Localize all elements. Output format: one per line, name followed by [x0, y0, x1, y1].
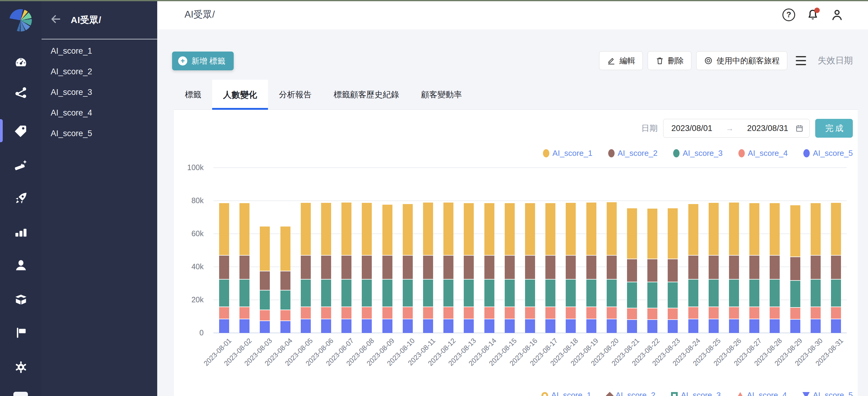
bar-segment-AI_score_4[interactable] — [627, 308, 637, 320]
bar-segment-AI_score_3[interactable] — [566, 279, 576, 307]
sidebar-item-ai-score-1[interactable]: AI_score_1 — [41, 41, 157, 61]
tab-tags[interactable]: 標籤 — [174, 80, 212, 110]
bar-segment-AI_score_2[interactable] — [443, 256, 454, 279]
bar-segment-AI_score_1[interactable] — [607, 202, 617, 256]
bar-segment-AI_score_3[interactable] — [770, 279, 780, 307]
tag-icon[interactable] — [13, 123, 29, 138]
bar-segment-AI_score_2[interactable] — [423, 256, 433, 279]
bar-segment-AI_score_4[interactable] — [403, 307, 413, 319]
bar-segment-AI_score_4[interactable] — [362, 307, 372, 319]
bar-segment-AI_score_2[interactable] — [688, 256, 699, 279]
bar-segment-AI_score_4[interactable] — [321, 307, 331, 319]
bar-segment-AI_score_3[interactable] — [280, 291, 290, 310]
bar-segment-AI_score_5[interactable] — [219, 319, 229, 333]
bar-segment-AI_score_5[interactable] — [566, 319, 576, 333]
bar-segment-AI_score_4[interactable] — [423, 307, 433, 319]
bar-segment-AI_score_1[interactable] — [566, 203, 576, 256]
help-icon[interactable]: ? — [782, 8, 795, 21]
bar-segment-AI_score_4[interactable] — [443, 307, 454, 319]
stacked-bar-2023-08-15[interactable] — [505, 203, 515, 333]
bar-segment-AI_score_1[interactable] — [260, 227, 270, 271]
bar-segment-AI_score_4[interactable] — [607, 307, 617, 319]
bar-segment-AI_score_3[interactable] — [403, 279, 413, 307]
bar-segment-AI_score_2[interactable] — [403, 256, 413, 279]
bar-segment-AI_score_2[interactable] — [647, 259, 657, 282]
bar-segment-AI_score_3[interactable] — [729, 279, 739, 307]
bar-segment-AI_score_2[interactable] — [586, 256, 596, 279]
stacked-bar-2023-08-03[interactable] — [260, 227, 270, 333]
gear-icon[interactable] — [13, 360, 29, 375]
bar-segment-AI_score_2[interactable] — [607, 256, 617, 279]
sidebar-item-ai-score-5[interactable]: AI_score_5 — [41, 123, 157, 144]
stacked-bar-2023-08-26[interactable] — [729, 203, 739, 333]
stacked-bar-2023-08-09[interactable] — [382, 205, 393, 333]
bar-segment-AI_score_2[interactable] — [668, 259, 678, 282]
legend-item-AI_score_4[interactable]: AI_score_4 — [738, 148, 788, 158]
bar-segment-AI_score_4[interactable] — [505, 307, 515, 319]
bar-segment-AI_score_3[interactable] — [240, 279, 249, 307]
bar-segment-AI_score_5[interactable] — [321, 319, 331, 333]
bar-segment-AI_score_2[interactable] — [546, 256, 555, 279]
bar-segment-AI_score_2[interactable] — [341, 256, 351, 279]
tab-tag-customer-history[interactable]: 標籤顧客歷史紀錄 — [322, 80, 410, 110]
bar-segment-AI_score_5[interactable] — [586, 319, 596, 333]
stacked-bar-2023-08-18[interactable] — [566, 203, 576, 333]
bar-segment-AI_score_2[interactable] — [770, 256, 780, 279]
bar-segment-AI_score_2[interactable] — [525, 256, 535, 279]
bar-segment-AI_score_2[interactable] — [280, 271, 290, 291]
legend2-item-AI_score_4[interactable]: AI_score_4 — [737, 391, 787, 396]
stacked-bar-2023-08-23[interactable] — [668, 208, 678, 333]
bar-segment-AI_score_3[interactable] — [505, 279, 515, 307]
bell-icon[interactable] — [806, 8, 819, 22]
bar-segment-AI_score_1[interactable] — [485, 203, 494, 256]
stacked-bar-2023-08-02[interactable] — [240, 203, 249, 333]
rocket-icon[interactable] — [13, 191, 29, 206]
bar-segment-AI_score_3[interactable] — [464, 279, 474, 307]
clipped-bottom-icon[interactable] — [13, 392, 28, 396]
bar-segment-AI_score_1[interactable] — [362, 203, 372, 256]
bar-segment-AI_score_3[interactable] — [688, 279, 699, 307]
stacked-bar-2023-08-07[interactable] — [341, 203, 351, 333]
bar-segment-AI_score_3[interactable] — [525, 279, 535, 307]
bar-segment-AI_score_2[interactable] — [729, 256, 739, 279]
bar-segment-AI_score_1[interactable] — [729, 203, 739, 256]
bar-segment-AI_score_3[interactable] — [546, 279, 555, 307]
stacked-bar-2023-08-30[interactable] — [811, 203, 820, 333]
bar-chart-icon[interactable] — [13, 224, 29, 239]
legend-item-AI_score_2[interactable]: AI_score_2 — [608, 148, 658, 158]
bar-segment-AI_score_4[interactable] — [770, 307, 780, 319]
bar-segment-AI_score_5[interactable] — [790, 320, 800, 333]
sidebar-item-ai-score-3[interactable]: AI_score_3 — [41, 82, 157, 102]
bar-segment-AI_score_4[interactable] — [790, 308, 800, 320]
bar-segment-AI_score_1[interactable] — [627, 208, 637, 259]
stacked-bar-2023-08-10[interactable] — [403, 204, 413, 333]
bar-segment-AI_score_4[interactable] — [647, 308, 657, 320]
bar-segment-AI_score_4[interactable] — [341, 307, 351, 319]
bar-segment-AI_score_3[interactable] — [627, 282, 637, 308]
stacked-bar-2023-08-13[interactable] — [464, 203, 474, 333]
sort-menu-icon[interactable] — [796, 56, 806, 65]
bar-segment-AI_score_5[interactable] — [607, 319, 617, 333]
magic-wand-icon[interactable] — [13, 158, 29, 173]
sidebar-item-ai-score-2[interactable]: AI_score_2 — [41, 61, 157, 82]
bar-segment-AI_score_4[interactable] — [240, 307, 249, 319]
bar-segment-AI_score_4[interactable] — [546, 307, 555, 319]
done-button[interactable]: 完成 — [815, 119, 853, 138]
tab-analysis-report[interactable]: 分析報告 — [268, 80, 322, 110]
bar-segment-AI_score_3[interactable] — [321, 279, 331, 307]
open-box-icon[interactable] — [13, 292, 29, 307]
bar-segment-AI_score_3[interactable] — [709, 279, 719, 307]
bar-segment-AI_score_4[interactable] — [831, 307, 841, 319]
bar-segment-AI_score_5[interactable] — [301, 319, 311, 333]
bar-segment-AI_score_5[interactable] — [280, 321, 290, 333]
date-end-value[interactable]: 2023/08/31 — [747, 124, 788, 133]
bar-segment-AI_score_2[interactable] — [362, 256, 372, 279]
bar-segment-AI_score_1[interactable] — [688, 204, 699, 256]
bar-segment-AI_score_3[interactable] — [790, 281, 800, 308]
bar-segment-AI_score_1[interactable] — [403, 204, 413, 256]
bar-segment-AI_score_2[interactable] — [382, 256, 393, 279]
bar-segment-AI_score_3[interactable] — [219, 279, 229, 307]
bar-segment-AI_score_1[interactable] — [301, 203, 311, 256]
bar-segment-AI_score_1[interactable] — [505, 203, 515, 256]
bar-segment-AI_score_5[interactable] — [811, 319, 820, 333]
